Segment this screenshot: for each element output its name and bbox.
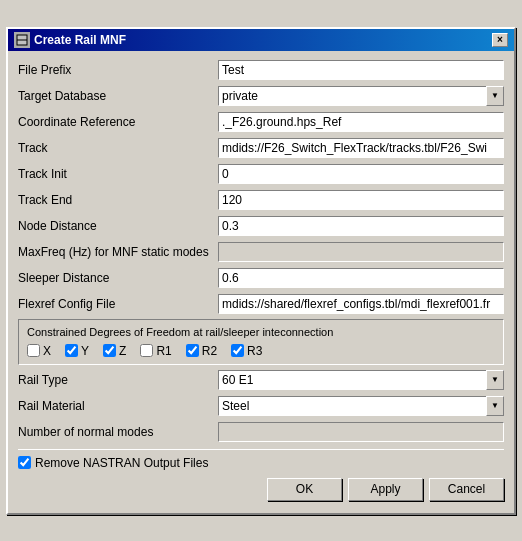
sleeper-distance-input[interactable] (218, 268, 504, 288)
track-input[interactable] (218, 138, 504, 158)
file-prefix-input[interactable] (218, 60, 504, 80)
num-modes-input[interactable] (218, 422, 504, 442)
checkbox-x-item: X (27, 344, 51, 358)
track-label: Track (18, 141, 218, 155)
checkbox-y-label: Y (81, 344, 89, 358)
checkbox-x[interactable] (27, 344, 40, 357)
dialog-body: File Prefix Target Database private publ… (8, 51, 514, 513)
checkbox-r3[interactable] (231, 344, 244, 357)
checkbox-row: X Y Z R1 R2 (27, 344, 495, 358)
track-row: Track (18, 137, 504, 159)
track-end-input[interactable] (218, 190, 504, 210)
rail-type-label: Rail Type (18, 373, 218, 387)
apply-button[interactable]: Apply (348, 478, 423, 501)
rail-material-row: Rail Material Steel Aluminum ▼ (18, 395, 504, 417)
title-bar: Create Rail MNF × (8, 29, 514, 51)
separator (18, 449, 504, 450)
close-button[interactable]: × (492, 33, 508, 47)
flexref-config-input[interactable] (218, 294, 504, 314)
checkbox-z-label: Z (119, 344, 126, 358)
rail-type-row: Rail Type 60 E1 54 E1 49 E1 ▼ (18, 369, 504, 391)
file-prefix-label: File Prefix (18, 63, 218, 77)
node-distance-row: Node Distance (18, 215, 504, 237)
checkbox-r1[interactable] (140, 344, 153, 357)
rail-material-select[interactable]: Steel Aluminum (218, 396, 504, 416)
flexref-config-row: Flexref Config File (18, 293, 504, 315)
cancel-button[interactable]: Cancel (429, 478, 504, 501)
track-end-row: Track End (18, 189, 504, 211)
node-distance-input[interactable] (218, 216, 504, 236)
maxfreq-label: MaxFreq (Hz) for MNF static modes (18, 245, 218, 259)
rail-material-wrapper: Steel Aluminum ▼ (218, 396, 504, 416)
rail-type-wrapper: 60 E1 54 E1 49 E1 ▼ (218, 370, 504, 390)
constrained-title: Constrained Degrees of Freedom at rail/s… (27, 326, 495, 338)
create-rail-mnf-dialog: Create Rail MNF × File Prefix Target Dat… (6, 27, 516, 515)
checkbox-z-item: Z (103, 344, 126, 358)
dialog-icon (14, 32, 30, 48)
checkbox-r2-label: R2 (202, 344, 217, 358)
flexref-config-label: Flexref Config File (18, 297, 218, 311)
node-distance-label: Node Distance (18, 219, 218, 233)
num-modes-row: Number of normal modes (18, 421, 504, 443)
checkbox-r1-label: R1 (156, 344, 171, 358)
remove-nastran-checkbox[interactable] (18, 456, 31, 469)
constrained-box: Constrained Degrees of Freedom at rail/s… (18, 319, 504, 365)
rail-type-select[interactable]: 60 E1 54 E1 49 E1 (218, 370, 504, 390)
track-init-input[interactable] (218, 164, 504, 184)
button-row: OK Apply Cancel (18, 478, 504, 505)
sleeper-distance-row: Sleeper Distance (18, 267, 504, 289)
ok-button[interactable]: OK (267, 478, 342, 501)
remove-nastran-label: Remove NASTRAN Output Files (35, 456, 208, 470)
sleeper-distance-label: Sleeper Distance (18, 271, 218, 285)
checkbox-y-item: Y (65, 344, 89, 358)
title-bar-left: Create Rail MNF (14, 32, 126, 48)
maxfreq-input[interactable] (218, 242, 504, 262)
checkbox-r3-item: R3 (231, 344, 262, 358)
track-end-label: Track End (18, 193, 218, 207)
maxfreq-row: MaxFreq (Hz) for MNF static modes (18, 241, 504, 263)
coord-ref-row: Coordinate Reference (18, 111, 504, 133)
remove-nastran-row: Remove NASTRAN Output Files (18, 456, 504, 470)
num-modes-label: Number of normal modes (18, 425, 218, 439)
remove-nastran-checkbox-group: Remove NASTRAN Output Files (18, 456, 208, 470)
checkbox-x-label: X (43, 344, 51, 358)
checkbox-r3-label: R3 (247, 344, 262, 358)
target-database-row: Target Database private public ▼ (18, 85, 504, 107)
coord-ref-label: Coordinate Reference (18, 115, 218, 129)
target-database-select[interactable]: private public (218, 86, 504, 106)
target-database-label: Target Database (18, 89, 218, 103)
file-prefix-row: File Prefix (18, 59, 504, 81)
rail-material-label: Rail Material (18, 399, 218, 413)
checkbox-y[interactable] (65, 344, 78, 357)
checkbox-r2[interactable] (186, 344, 199, 357)
checkbox-r2-item: R2 (186, 344, 217, 358)
track-init-label: Track Init (18, 167, 218, 181)
dialog-title: Create Rail MNF (34, 33, 126, 47)
track-init-row: Track Init (18, 163, 504, 185)
checkbox-z[interactable] (103, 344, 116, 357)
coord-ref-input[interactable] (218, 112, 504, 132)
target-database-wrapper: private public ▼ (218, 86, 504, 106)
checkbox-r1-item: R1 (140, 344, 171, 358)
